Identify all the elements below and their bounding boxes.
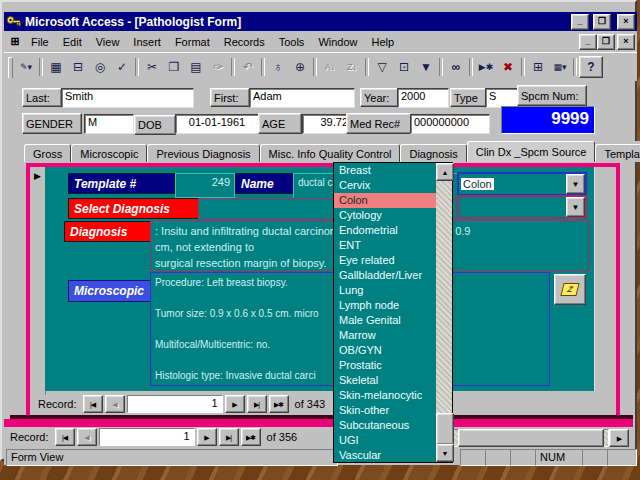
dropdown-item[interactable]: Lung — [334, 283, 437, 298]
menu-help[interactable]: Help — [365, 34, 402, 50]
scroll-up-arrow-icon[interactable]: ▲ — [436, 163, 454, 181]
dropdown-item[interactable]: Subcutaneous — [334, 418, 437, 433]
print-icon[interactable]: ⊟ — [67, 57, 89, 77]
dropdown-item[interactable]: Cytology — [334, 208, 437, 223]
find-icon[interactable]: ∞ — [445, 57, 467, 77]
dropdown-item[interactable]: OB/GYN — [334, 343, 437, 358]
record-number-field[interactable]: 1 — [127, 395, 223, 413]
child-close-button[interactable]: × — [617, 34, 635, 50]
dropdown-item[interactable]: Male Genital — [334, 313, 437, 328]
tab-microscopic[interactable]: Microscopic — [71, 144, 147, 162]
apply-filter-icon[interactable]: ▼ — [415, 57, 437, 77]
insert-hyperlink-icon[interactable]: ♁ — [267, 57, 289, 77]
dropdown-item[interactable]: Skin-melanocytic — [334, 388, 437, 403]
child-minimize-button[interactable]: _ — [579, 34, 597, 50]
new-record-button[interactable]: ▶✱ — [241, 428, 261, 446]
last-name-field[interactable]: Smith — [61, 88, 194, 108]
secondary-combo[interactable]: ▼ — [457, 195, 587, 219]
undo-icon[interactable]: ↶ — [237, 57, 259, 77]
delete-record-icon[interactable]: ✖ — [497, 57, 519, 77]
dropdown-item[interactable]: Breast — [334, 163, 437, 178]
dropdown-item[interactable]: Vascular — [334, 448, 437, 463]
dropdown-item[interactable]: Lymph node — [334, 298, 437, 313]
design-view-icon[interactable]: ✎▾ — [15, 57, 37, 77]
help-icon[interactable]: ? — [579, 56, 603, 78]
combo-dropdown-arrow-icon[interactable]: ▼ — [566, 197, 585, 217]
scroll-right-arrow-icon[interactable]: ▶ — [609, 429, 629, 447]
dropdown-item[interactable]: Prostatic — [334, 358, 437, 373]
database-window-icon[interactable]: ⊞ — [527, 57, 549, 77]
subform-record-selector[interactable]: ▶ — [30, 167, 46, 395]
med-rec-field[interactable]: 000000000 — [410, 114, 490, 134]
first-record-button[interactable]: |◀ — [55, 428, 75, 446]
menu-insert[interactable]: Insert — [126, 34, 168, 50]
save-icon[interactable]: ▦ — [45, 57, 67, 77]
age-field[interactable]: 39.72 — [302, 114, 352, 134]
dropdown-item[interactable]: Endometrial — [334, 223, 437, 238]
menu-records[interactable]: Records — [217, 34, 272, 50]
tab-templates[interactable]: Templates — [595, 144, 640, 162]
filter-by-form-icon[interactable]: ⊡ — [393, 57, 415, 77]
first-record-button[interactable]: |◀ — [83, 395, 103, 413]
next-record-button[interactable]: ▶ — [197, 428, 217, 446]
filter-by-selection-icon[interactable]: ▽ — [371, 57, 393, 77]
gender-field[interactable]: M — [84, 114, 134, 134]
sort-descending-icon[interactable]: Z↓ — [341, 57, 363, 77]
template-number-field[interactable]: 249 — [175, 173, 235, 198]
subform-scroll-strip[interactable] — [594, 167, 609, 391]
dropdown-item[interactable]: Eye related — [334, 253, 437, 268]
format-painter-icon[interactable]: ✑ — [207, 57, 229, 77]
dropdown-item[interactable]: Gallbladder/Liver — [334, 268, 437, 283]
tab-misc-info-quality-control[interactable]: Misc. Info Quality Control — [260, 144, 401, 162]
dropdown-item[interactable]: UGI — [334, 433, 437, 448]
dropdown-scrollbar[interactable]: ▲ ▼ — [436, 163, 452, 462]
form-system-icon[interactable]: ⊞ — [6, 34, 24, 50]
type-field[interactable]: S — [485, 88, 521, 108]
copy-icon[interactable]: ❐ — [163, 57, 185, 77]
child-restore-button[interactable]: ❐ — [597, 34, 615, 50]
menu-file[interactable]: File — [24, 34, 56, 50]
toolbar-grip[interactable] — [8, 57, 13, 78]
spcm-num-value[interactable]: 9999 — [501, 106, 595, 134]
first-name-field[interactable]: Adam — [249, 88, 355, 108]
menu-tools[interactable]: Tools — [272, 34, 312, 50]
dropdown-item[interactable]: Marrow — [334, 328, 437, 343]
previous-record-button[interactable]: ◀ — [77, 428, 97, 446]
dob-field[interactable]: 01-01-1961 — [175, 114, 259, 134]
menu-window[interactable]: Window — [311, 34, 364, 50]
notes-button[interactable]: Z — [554, 274, 586, 305]
tab-previous-diagnosis[interactable]: Previous Diagnosis — [147, 144, 259, 162]
dropdown-item[interactable]: Skin-other — [334, 403, 437, 418]
year-field[interactable]: 2000 — [397, 88, 449, 108]
combo-dropdown-arrow-icon[interactable]: ▼ — [566, 174, 585, 194]
new-record-icon[interactable]: ▶✱ — [475, 57, 497, 77]
new-object-icon[interactable]: ▦▾ — [549, 57, 571, 77]
dropdown-item[interactable]: ENT — [334, 238, 437, 253]
web-toolbar-icon[interactable]: ⊕ — [289, 57, 311, 77]
dropdown-item[interactable]: Skeletal — [334, 373, 437, 388]
restore-button[interactable]: ❐ — [593, 14, 611, 30]
tab-diagnosis[interactable]: Diagnosis — [400, 144, 466, 162]
previous-record-button[interactable]: ◀ — [105, 395, 125, 413]
print-preview-icon[interactable]: ◎ — [89, 57, 111, 77]
next-record-button[interactable]: ▶ — [225, 395, 245, 413]
dropdown-item-selected[interactable]: Colon — [334, 193, 437, 208]
paste-icon[interactable]: ▤ — [185, 57, 207, 77]
last-record-button[interactable]: ▶| — [247, 395, 267, 413]
tab-clin-dx-spcm-source[interactable]: Clin Dx _Spcm Source — [467, 141, 596, 162]
dropdown-item[interactable]: Cervix — [334, 178, 437, 193]
tab-gross[interactable]: Gross — [24, 144, 71, 162]
menu-edit[interactable]: Edit — [56, 34, 89, 50]
menu-view[interactable]: View — [89, 34, 127, 50]
menu-format[interactable]: Format — [168, 34, 217, 50]
cut-icon[interactable]: ✂ — [141, 57, 163, 77]
dropdown-scrollbar-thumb[interactable] — [436, 413, 454, 445]
spcm-source-combo[interactable]: Colon ▼ — [457, 172, 587, 196]
new-record-button[interactable]: ▶✱ — [269, 395, 289, 413]
minimize-button[interactable]: _ — [571, 14, 589, 30]
scroll-down-arrow-icon[interactable]: ▼ — [436, 444, 454, 462]
spelling-icon[interactable]: ✓ — [111, 57, 133, 77]
record-number-field[interactable]: 1 — [99, 428, 195, 446]
sort-ascending-icon[interactable]: A↓ — [319, 57, 341, 77]
horizontal-scrollbar-thumb[interactable] — [458, 429, 604, 447]
